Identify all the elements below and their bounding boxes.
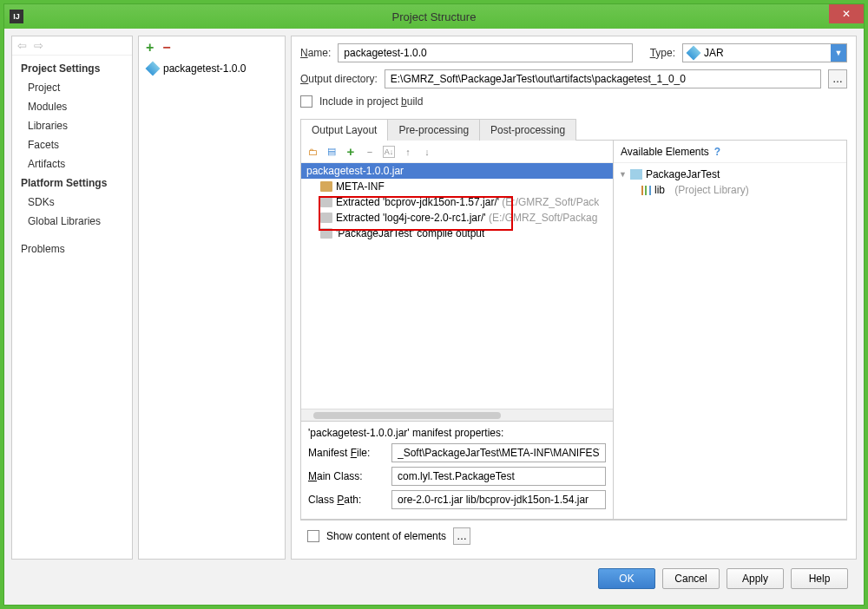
tree-compile-output[interactable]: 'PackageJarTest' compile output [301,226,613,241]
class-path-input[interactable] [391,490,606,509]
library-icon [641,186,651,195]
outdir-label: Output directory: [300,73,378,85]
folder-icon [320,181,332,192]
artifact-list: + − packagetest-1.0.0 [138,36,286,560]
browse-outdir-button[interactable]: … [828,69,847,88]
close-button[interactable]: ✕ [829,4,864,23]
add-artifact-button[interactable]: + [146,40,154,56]
extracted-icon [320,213,332,223]
nav-back-icon[interactable]: ⇦ [17,39,27,52]
available-elements-label: Available Elements [621,146,709,158]
new-folder-icon[interactable]: 🗀 [306,146,319,158]
tree-extracted-1[interactable]: Extracted 'bcprov-jdk15on-1.57.jar/' (E:… [301,194,613,210]
tree-root[interactable]: packagetest-1.0.0.jar [301,163,613,179]
main-class-input[interactable] [391,467,606,486]
show-content-label: Show content of elements [326,530,446,542]
artifact-item-label: packagetest-1.0.0 [163,62,246,75]
module-output-icon [320,228,332,239]
name-label: Name: [300,47,331,59]
output-layout-tree-panel: 🗀 ▤ + − A↓ ↑ ↓ packagetest-1.0.0.jar [301,141,614,519]
chevron-down-icon: ▼ [831,44,846,62]
artifact-icon [146,62,161,76]
nav-head-platform-settings: Platform Settings [12,174,132,193]
artifact-item[interactable]: packagetest-1.0.0 [139,59,285,78]
nav-modules[interactable]: Modules [12,97,132,116]
manifest-file-input[interactable] [391,443,606,462]
move-up-icon[interactable]: ↑ [402,146,414,158]
artifact-tabs: Output Layout Pre-processing Post-proces… [300,118,847,141]
manifest-section: 'packagetest-1.0.0.jar' manifest propert… [301,421,613,519]
expand-icon[interactable]: ▼ [619,170,627,179]
new-archive-icon[interactable]: ▤ [326,146,338,158]
tree-meta-inf[interactable]: META-INF [301,179,613,194]
main-class-label: Main Class: [308,470,385,482]
show-content-checkbox[interactable] [307,530,319,542]
add-copy-icon[interactable]: + [345,146,357,158]
nav-sdks[interactable]: SDKs [12,193,132,212]
apply-button[interactable]: Apply [727,568,784,589]
app-icon: IJ [10,10,23,23]
type-combo[interactable]: JAR ▼ [682,43,847,62]
tab-post-processing[interactable]: Post-processing [479,119,576,141]
type-value: JAR [704,47,724,59]
show-content-more[interactable]: … [453,527,470,545]
move-down-icon[interactable]: ↓ [421,146,433,158]
cancel-button[interactable]: Cancel [662,568,720,589]
sort-icon[interactable]: A↓ [383,146,395,158]
remove-artifact-button[interactable]: − [162,40,170,56]
tab-output-layout[interactable]: Output Layout [300,119,388,141]
nav-head-project-settings: Project Settings [12,59,132,78]
tab-pre-processing[interactable]: Pre-processing [387,119,480,141]
nav-problems[interactable]: Problems [12,239,132,259]
output-tree[interactable]: packagetest-1.0.0.jar META-INF Extracted… [301,163,613,409]
extracted-icon [320,197,332,207]
name-input[interactable] [338,43,632,62]
nav-artifacts[interactable]: Artifacts [12,154,132,174]
nav-libraries[interactable]: Libraries [12,116,132,135]
available-module[interactable]: ▼ PackageJarTest [619,167,841,182]
nav-global-libraries[interactable]: Global Libraries [12,212,132,231]
nav-facets[interactable]: Facets [12,135,132,154]
module-icon [630,169,642,180]
manifest-file-label: Manifest File: [308,447,385,459]
class-path-label: Class Path: [308,494,385,506]
nav-project[interactable]: Project [12,78,132,97]
tree-extracted-2[interactable]: Extracted 'log4j-core-2.0-rc1.jar/' (E:/… [301,210,613,226]
include-build-checkbox[interactable] [300,95,312,108]
available-elements-panel: Available Elements ? ▼ PackageJarTest [614,141,846,519]
remove-icon[interactable]: − [364,146,376,158]
available-lib[interactable]: lib (Project Library) [619,182,841,198]
type-label: Type: [650,47,675,59]
titlebar: IJ Project Structure ✕ [4,4,864,29]
h-scrollbar[interactable] [301,409,613,421]
jar-icon [687,46,701,61]
include-build-label: Include in project build [319,95,423,108]
outdir-input[interactable] [385,69,821,88]
settings-nav: ⇦ ⇨ Project Settings Project Modules Lib… [11,36,133,560]
dialog-footer: OK Cancel Apply Help [11,560,857,598]
ok-button[interactable]: OK [598,568,655,589]
help-button[interactable]: Help [791,568,848,589]
help-icon[interactable]: ? [714,146,720,158]
window-title: Project Structure [392,10,477,23]
nav-fwd-icon[interactable]: ⇨ [34,39,43,52]
manifest-head: 'packagetest-1.0.0.jar' manifest propert… [308,427,606,439]
artifact-editor: Name: Type: JAR ▼ Output directory: … [291,36,857,560]
